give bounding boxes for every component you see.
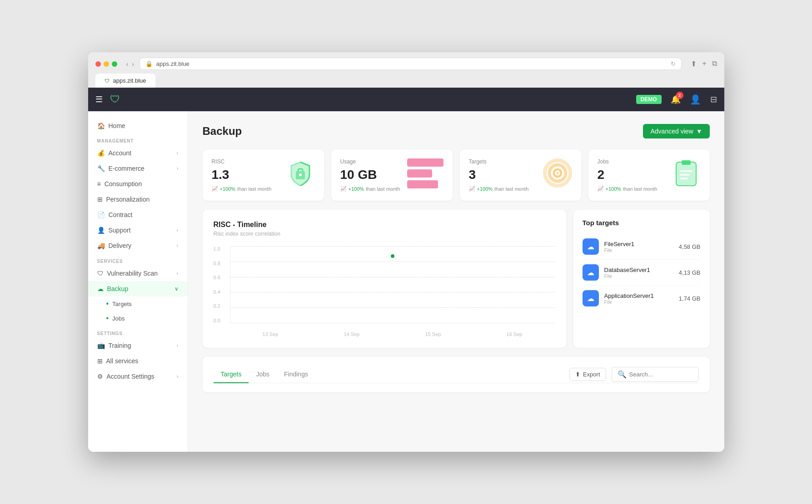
page-header: Backup Advanced view ▼ — [203, 124, 710, 138]
fileserver1-size: 4,58 GB — [679, 243, 701, 250]
tabs-actions: ⬆ Export 🔍 — [569, 367, 699, 382]
svg-rect-9 — [680, 170, 692, 172]
delivery-label: Delivery — [109, 242, 132, 249]
browser-nav[interactable]: ‹ › — [126, 60, 134, 68]
gridline-02 — [230, 307, 555, 308]
top-nav: ☰ 🛡 DEMO 🔔 2 👤 ⊟ — [88, 88, 724, 111]
sidebar-item-consumption[interactable]: ≡ Consumption — [88, 176, 188, 192]
risc-card: RISC 1.3 📈 +100% than last month — [203, 149, 324, 201]
training-icon: 📺 — [97, 342, 105, 349]
sidebar-item-account[interactable]: 💰 Account › — [88, 145, 188, 161]
sidebar-item-ecommerce[interactable]: 🔧 E-commerce › — [88, 161, 188, 176]
back-icon[interactable]: ‹ — [126, 60, 129, 68]
export-icon: ⬆ — [575, 371, 580, 378]
chart-plot — [230, 246, 555, 323]
all-services-label: All services — [106, 357, 139, 365]
trend-up-icon: 📈 — [469, 186, 475, 192]
sidebar-item-targets[interactable]: Targets — [106, 296, 188, 311]
risc-timeline-card: RISC - Timeline Risc index score correla… — [203, 210, 566, 348]
account-icon: 💰 — [97, 149, 105, 157]
y-label-04: 0.4 — [214, 289, 220, 295]
databaseserver1-type: File — [604, 273, 673, 279]
tab-findings[interactable]: Findings — [277, 366, 315, 383]
applicationserver1-name: ApplicationServer1 — [604, 292, 673, 299]
sidebar-toggle-icon[interactable]: ⧉ — [712, 59, 717, 68]
sidebar-item-home[interactable]: 🏠 Home — [88, 119, 188, 133]
reload-icon[interactable]: ↻ — [671, 60, 676, 67]
trend-up-icon: 📈 — [598, 186, 604, 192]
fileserver1-name: FileServer1 — [604, 241, 673, 247]
targets-label: Targets — [469, 158, 529, 165]
applicationserver1-size: 1,74 GB — [679, 295, 701, 302]
delivery-icon: 🚚 — [97, 242, 105, 249]
storage-bar-1 — [407, 158, 443, 167]
home-label: Home — [109, 122, 125, 129]
sidebar-item-delivery[interactable]: 🚚 Delivery › — [88, 238, 188, 253]
usage-card: Usage 10 GB 📈 +100% than last month — [331, 149, 453, 201]
targets-change-pct: +100% — [477, 186, 493, 192]
user-icon[interactable]: 👤 — [690, 94, 701, 105]
usage-icon — [407, 158, 443, 188]
backup-icon: ☁ — [97, 285, 104, 292]
consumption-label: Consumption — [105, 180, 142, 188]
gridline-06 — [230, 277, 555, 277]
demo-badge: DEMO — [636, 95, 662, 104]
share-icon[interactable]: ⬆ — [691, 59, 697, 68]
sidebar-item-account-settings[interactable]: ⚙ Account Settings › — [88, 369, 188, 384]
risc-icon — [286, 158, 315, 189]
usage-change-pct: +100% — [349, 186, 364, 192]
jobs-info: Jobs 2 📈 +100% than last month — [598, 158, 658, 192]
databaseserver1-name: DatabaseServer1 — [604, 267, 673, 273]
storage-bar-2 — [407, 169, 432, 178]
sidebar-item-vulnerability-scan[interactable]: 🛡 Vulnerability Scan › — [88, 266, 188, 281]
ecommerce-icon: 🔧 — [97, 165, 105, 172]
layout-icon[interactable]: ⊟ — [710, 94, 717, 104]
services-section-label: SERVICES — [88, 253, 188, 266]
sidebar-item-contract[interactable]: 📄 Contract — [88, 207, 188, 222]
advanced-view-label: Advanced view — [650, 128, 693, 135]
sidebar-item-support[interactable]: 👤 Support › — [88, 222, 188, 238]
app-logo: 🛡 — [110, 94, 120, 105]
target-item-applicationserver1: ☁ ApplicationServer1 File 1,74 GB — [583, 286, 701, 311]
svg-point-1 — [299, 173, 302, 176]
sidebar-item-personalization[interactable]: ⊞ Personalization — [88, 192, 188, 207]
minimize-button[interactable] — [104, 61, 109, 67]
advanced-view-button[interactable]: Advanced view ▼ — [643, 124, 709, 138]
notification-button[interactable]: 🔔 2 — [671, 94, 681, 104]
tabs-header: Targets Jobs Findings ⬆ Export 🔍 — [214, 366, 699, 383]
sidebar-item-all-services[interactable]: ⊞ All services — [88, 353, 188, 369]
risc-change-pct: +100% — [220, 186, 236, 192]
forward-icon[interactable]: › — [132, 60, 134, 68]
jobs-change-text: than last month — [623, 186, 657, 192]
close-button[interactable] — [95, 61, 101, 67]
hamburger-icon[interactable]: ☰ — [95, 94, 103, 104]
new-tab-icon[interactable]: + — [702, 59, 706, 68]
tab-jobs[interactable]: Jobs — [249, 366, 277, 383]
sidebar-item-jobs[interactable]: Jobs — [106, 311, 188, 326]
main-content: Backup Advanced view ▼ RISC 1.3 — [188, 111, 724, 452]
applicationserver1-type: File — [604, 299, 673, 305]
targets-card: Targets 3 📈 +100% than last month — [460, 149, 581, 201]
tab-targets[interactable]: Targets — [214, 366, 249, 383]
jobs-label: Jobs — [598, 158, 658, 165]
databaseserver1-size: 4,13 GB — [679, 269, 701, 276]
sidebar-item-backup[interactable]: ☁ Backup ∨ — [88, 281, 188, 296]
search-input[interactable] — [629, 371, 693, 378]
x-label-16sep: 16 Sep — [507, 331, 523, 337]
maximize-button[interactable] — [112, 61, 117, 67]
address-bar[interactable]: 🔒 apps.zit.blue ↻ — [139, 58, 682, 70]
traffic-lights — [95, 61, 117, 67]
storage-bar-3 — [407, 180, 438, 188]
svg-rect-11 — [680, 178, 688, 179]
account-label: Account — [109, 149, 132, 157]
chevron-down-icon: ∨ — [174, 286, 179, 292]
x-label-14sep: 14 Sep — [344, 331, 360, 337]
chevron-right-icon: › — [177, 242, 179, 249]
export-label: Export — [583, 371, 600, 378]
y-label-00: 0.0 — [214, 318, 220, 323]
export-button[interactable]: ⬆ Export — [569, 368, 606, 381]
backup-submenu: Targets Jobs — [88, 296, 188, 326]
sidebar-item-training[interactable]: 📺 Training › — [88, 338, 188, 353]
browser-tab[interactable]: 🛡 apps.zit.blue — [95, 74, 155, 88]
search-bar[interactable]: 🔍 — [612, 367, 699, 382]
